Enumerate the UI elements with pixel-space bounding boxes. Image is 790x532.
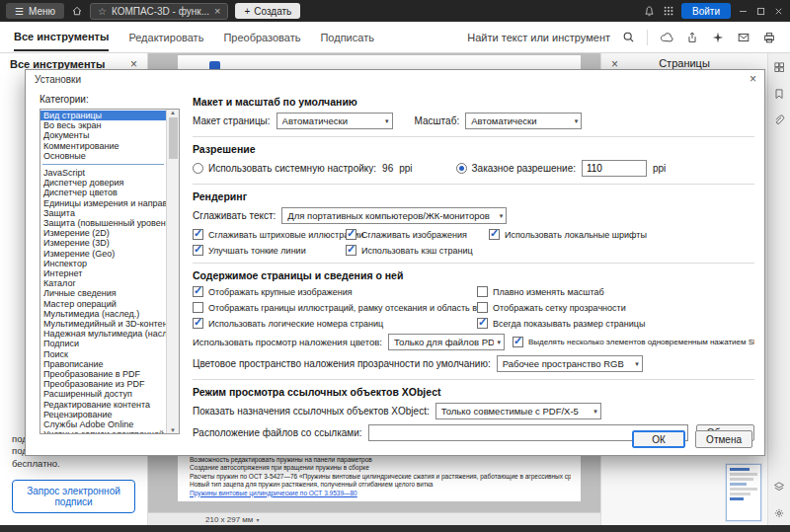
- category-item[interactable]: Измерение (2D): [40, 228, 166, 238]
- category-item[interactable]: Поиск: [40, 349, 166, 359]
- category-item[interactable]: Измерение (3D): [40, 238, 166, 248]
- category-item[interactable]: Защита: [40, 208, 166, 218]
- toolbar-tab-edit[interactable]: Редактировать: [128, 24, 203, 50]
- page-thumbnails-icon[interactable]: [773, 61, 785, 73]
- checkbox-box[interactable]: [346, 229, 356, 240]
- multiselect-checkbox[interactable]: Выделять несколько элементов одновременн…: [513, 337, 754, 347]
- layers-icon[interactable]: [773, 481, 785, 493]
- category-item[interactable]: Единицы измерения и направляющие: [40, 198, 166, 208]
- category-item[interactable]: Вид страницы: [40, 111, 166, 120]
- create-button[interactable]: + Создать: [235, 3, 300, 19]
- ok-button[interactable]: ОК: [632, 430, 685, 448]
- menu-button[interactable]: ☰ Меню: [6, 3, 64, 19]
- category-item[interactable]: Основные: [40, 151, 166, 161]
- enhance-thin-lines-checkbox[interactable]: Улучшать тонкие линии: [193, 245, 306, 256]
- art-trim-bleed-checkbox[interactable]: Отображать границы иллюстраций, рамку от…: [193, 302, 477, 313]
- dialog-titlebar[interactable]: Установки ×: [26, 70, 764, 88]
- category-item[interactable]: Инспектор: [40, 259, 166, 268]
- page-layout-select[interactable]: Автоматически ▾: [276, 113, 393, 129]
- category-item[interactable]: Комментирование: [40, 141, 166, 151]
- checkbox-box[interactable]: [513, 337, 523, 347]
- custom-resolution-input[interactable]: [582, 160, 647, 177]
- system-resolution-radio[interactable]: [193, 163, 203, 174]
- signin-button[interactable]: Войти: [681, 3, 731, 19]
- large-images-checkbox[interactable]: Отображать крупные изображения: [193, 286, 353, 297]
- category-item[interactable]: Диспетчер цветов: [40, 188, 166, 197]
- category-item[interactable]: Надежная мультимедиа (наслед.): [40, 329, 166, 339]
- print-icon[interactable]: [762, 31, 776, 44]
- smooth-zoom-checkbox[interactable]: Плавно изменять масштаб: [477, 286, 604, 297]
- search-icon[interactable]: [622, 31, 635, 43]
- categories-scrollbar[interactable]: ▲ ▼: [166, 110, 179, 433]
- category-item[interactable]: Преобразование в PDF: [40, 369, 166, 379]
- logical-page-numbers-checkbox[interactable]: Использовать логические номера страниц: [193, 318, 383, 329]
- close-tab-icon[interactable]: ×: [214, 5, 220, 17]
- share-icon[interactable]: [685, 31, 699, 44]
- overprint-select[interactable]: Только для файлов PDF/X ▾: [388, 334, 505, 350]
- cloud-upload-icon[interactable]: [660, 31, 673, 44]
- cancel-button[interactable]: Отмена: [695, 430, 752, 448]
- toolbar-tab-all-tools[interactable]: Все инструменты: [14, 23, 109, 51]
- scrollbar-thumb[interactable]: [169, 117, 178, 159]
- always-show-page-size-checkbox[interactable]: Всегда показывать размер страницы: [477, 318, 645, 329]
- scroll-up-icon[interactable]: ▲: [170, 110, 176, 115]
- local-fonts-checkbox[interactable]: Использовать локальные шрифты: [489, 229, 647, 240]
- category-item[interactable]: Защита (повышенный уровень): [40, 218, 166, 228]
- apps-grid-icon[interactable]: [663, 5, 674, 17]
- notifications-bell-icon[interactable]: [643, 5, 656, 18]
- smooth-images-checkbox[interactable]: Сглаживать изображения: [346, 229, 467, 240]
- category-item[interactable]: Учетные записи электронной почты: [40, 429, 166, 433]
- settings-gear-icon[interactable]: [773, 507, 785, 519]
- ai-assistant-icon[interactable]: [711, 31, 725, 44]
- document-link[interactable]: Пружины винтовые цилиндрические по ОСТ 3…: [190, 490, 571, 498]
- category-item[interactable]: Личные сведения: [40, 288, 166, 298]
- category-item[interactable]: Измерение (Geo): [40, 249, 166, 259]
- category-item[interactable]: Расширенный доступ: [40, 389, 166, 399]
- colorspace-select[interactable]: Рабочее пространство RGB ▾: [497, 355, 643, 372]
- toolbar-search[interactable]: Найти текст или инструмент: [467, 30, 776, 45]
- scroll-down-icon[interactable]: ▼: [170, 427, 176, 433]
- category-item[interactable]: Мультимедиа (наслед.): [40, 309, 166, 319]
- attachments-icon[interactable]: [773, 114, 785, 126]
- home-icon[interactable]: [71, 5, 83, 17]
- checkbox-box[interactable]: [193, 302, 203, 313]
- checkbox-box[interactable]: [477, 286, 488, 297]
- category-item[interactable]: Редактирование контента: [40, 400, 166, 410]
- checkbox-box[interactable]: [193, 245, 203, 256]
- checkbox-box[interactable]: [193, 229, 203, 240]
- star-icon[interactable]: ☆: [98, 6, 107, 17]
- toolbar-tab-convert[interactable]: Преобразовать: [223, 24, 300, 50]
- email-icon[interactable]: [737, 31, 750, 44]
- checkbox-box[interactable]: [346, 245, 356, 256]
- page-cache-checkbox[interactable]: Использовать кэш страниц: [346, 245, 473, 256]
- checkbox-box[interactable]: [193, 286, 203, 297]
- xobject-show-select[interactable]: Только совместимые с PDF/X-5 ▾: [435, 403, 601, 419]
- category-item[interactable]: Во весь экран: [40, 120, 166, 130]
- checkbox-box[interactable]: [489, 229, 500, 240]
- custom-resolution-radio[interactable]: [456, 163, 467, 174]
- category-item[interactable]: Документы: [40, 130, 166, 140]
- page-thumbnail[interactable]: [726, 464, 761, 521]
- category-item[interactable]: Преобразование из PDF: [40, 379, 166, 389]
- close-dialog-icon[interactable]: ×: [750, 72, 756, 86]
- checkbox-box[interactable]: [193, 318, 203, 329]
- transparency-grid-checkbox[interactable]: Отображать сетку прозрачности: [477, 302, 626, 313]
- bookmarks-icon[interactable]: [773, 88, 785, 100]
- page-size-indicator[interactable]: 210 x 297 мм ▾: [205, 515, 259, 524]
- zoom-select[interactable]: Автоматически ▾: [465, 113, 582, 129]
- category-item[interactable]: Мультимедийный и 3D-контент: [40, 319, 166, 329]
- minimize-icon[interactable]: [738, 6, 749, 17]
- checkbox-box[interactable]: [477, 318, 488, 329]
- toolbar-tab-sign[interactable]: Подписать: [320, 24, 373, 50]
- category-item[interactable]: Службы Adobe Online: [40, 419, 166, 429]
- checkbox-box[interactable]: [477, 302, 488, 313]
- category-item[interactable]: Мастер операций: [40, 299, 166, 309]
- category-item[interactable]: Подписи: [40, 339, 166, 348]
- smooth-line-art-checkbox[interactable]: Сглаживать штриховые иллюстрации: [193, 229, 363, 240]
- close-window-icon[interactable]: [773, 6, 784, 17]
- category-item[interactable]: Каталог: [40, 278, 166, 288]
- document-tab[interactable]: ☆ КОМПАС-3D - функ... ×: [90, 3, 228, 20]
- category-item[interactable]: JavaScript: [40, 168, 166, 178]
- category-item[interactable]: Правописание: [40, 359, 166, 369]
- esign-request-button[interactable]: Запрос электронной подписи: [12, 480, 135, 513]
